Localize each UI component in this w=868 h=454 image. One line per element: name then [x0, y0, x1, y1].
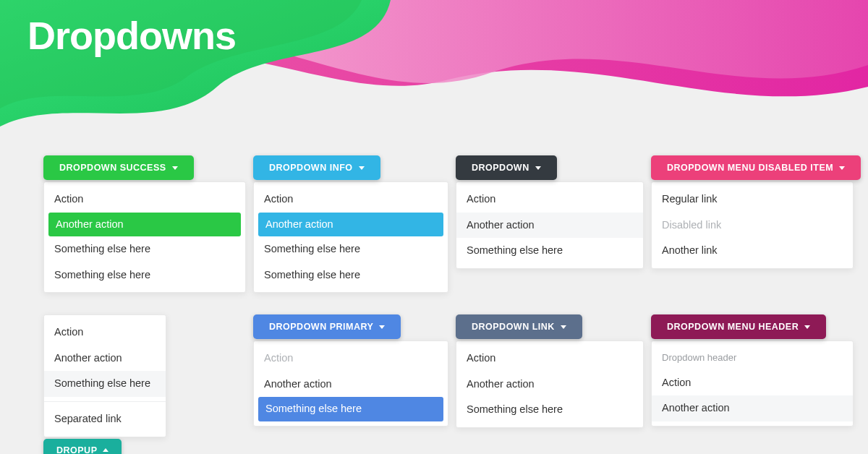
menu-item-active[interactable]: Another action	[258, 213, 443, 237]
caret-down-icon	[172, 166, 178, 170]
hero-banner: Dropdowns	[0, 0, 868, 145]
dropdown-info-menu: Action Another action Something else her…	[253, 181, 448, 293]
button-label: DROPDOWN SUCCESS	[59, 163, 166, 173]
dropdown-primary-menu: Action Another action Something else her…	[253, 340, 448, 427]
menu-header: Dropdown header	[652, 346, 853, 370]
menu-item[interactable]: Another action	[44, 346, 166, 372]
menu-item[interactable]: Action	[456, 187, 643, 213]
menu-item-hover[interactable]: Something else here	[44, 371, 166, 397]
menu-item-disabled: Action	[254, 346, 448, 372]
dropdown-dark: DROPDOWN Action Another action Something…	[456, 155, 644, 269]
button-label: DROPDOWN INFO	[269, 163, 353, 173]
caret-down-icon	[561, 325, 566, 329]
demo-grid: DROPDOWN SUCCESS Action Another action S…	[43, 155, 839, 454]
menu-item[interactable]: Something else here	[44, 236, 245, 262]
dropdown-header-demo: DROPDOWN MENU HEADER Dropdown header Act…	[651, 314, 854, 427]
dropup: Action Another action Something else her…	[43, 314, 246, 454]
dropdown-success-menu: Action Another action Something else her…	[43, 181, 246, 293]
menu-item-active[interactable]: Another action	[48, 213, 241, 237]
dropdown-header-menu: Dropdown header Action Another action	[651, 340, 854, 427]
menu-item[interactable]: Something else here	[456, 397, 643, 423]
menu-item-active[interactable]: Something else here	[258, 397, 443, 421]
dropdown-info: DROPDOWN INFO Action Another action Some…	[253, 155, 448, 293]
menu-item[interactable]: Something else here	[44, 262, 245, 288]
menu-item[interactable]: Action	[44, 187, 245, 213]
menu-divider	[44, 401, 166, 402]
button-label: DROPDOWN	[472, 163, 529, 173]
menu-item[interactable]: Another link	[652, 238, 853, 264]
dropup-button[interactable]: DROPUP	[43, 439, 122, 455]
dropdown-disabled-menu: Regular link Disabled link Another link	[651, 181, 854, 269]
page-title: Dropdowns	[27, 13, 236, 58]
caret-down-icon	[379, 325, 385, 329]
menu-item[interactable]: Regular link	[652, 187, 853, 213]
menu-item[interactable]: Action	[652, 370, 853, 396]
dropdown-success: DROPDOWN SUCCESS Action Another action S…	[43, 155, 246, 293]
dropdown-header-button[interactable]: DROPDOWN MENU HEADER	[651, 314, 826, 339]
menu-item[interactable]: Action	[254, 187, 448, 213]
dropdown-dark-menu: Action Another action Something else her…	[456, 181, 644, 269]
dropdown-primary: DROPDOWN PRIMARY Action Another action S…	[253, 314, 448, 427]
caret-down-icon	[804, 325, 810, 329]
dropdown-info-button[interactable]: DROPDOWN INFO	[253, 155, 380, 180]
caret-up-icon	[103, 448, 109, 452]
menu-item[interactable]: Something else here	[456, 238, 643, 264]
dropdown-disabled-demo: DROPDOWN MENU DISABLED ITEM Regular link…	[651, 155, 854, 269]
dropdown-link: DROPDOWN LINK Action Another action Some…	[456, 314, 644, 428]
menu-item[interactable]: Action	[456, 346, 643, 372]
dropdown-success-button[interactable]: DROPDOWN SUCCESS	[43, 155, 194, 180]
button-label: DROPUP	[56, 445, 97, 455]
dropup-menu: Action Another action Something else her…	[43, 314, 166, 437]
button-label: DROPDOWN LINK	[472, 322, 555, 332]
button-label: DROPDOWN MENU DISABLED ITEM	[667, 163, 833, 173]
menu-item[interactable]: Something else here	[254, 236, 448, 262]
dropdown-dark-button[interactable]: DROPDOWN	[456, 155, 557, 180]
menu-item[interactable]: Separated link	[44, 406, 166, 432]
menu-item[interactable]: Another action	[456, 372, 643, 398]
menu-item-hover[interactable]: Another action	[652, 395, 853, 421]
caret-down-icon	[839, 166, 845, 170]
dropdown-link-menu: Action Another action Something else her…	[456, 340, 644, 428]
dropdown-disabled-button[interactable]: DROPDOWN MENU DISABLED ITEM	[651, 155, 861, 180]
dropdown-link-button[interactable]: DROPDOWN LINK	[456, 314, 582, 339]
caret-down-icon	[535, 166, 541, 170]
menu-item[interactable]: Another action	[254, 372, 448, 398]
menu-item[interactable]: Something else here	[254, 262, 448, 288]
button-label: DROPDOWN MENU HEADER	[667, 322, 799, 332]
caret-down-icon	[359, 166, 365, 170]
dropdown-primary-button[interactable]: DROPDOWN PRIMARY	[253, 314, 401, 339]
button-label: DROPDOWN PRIMARY	[269, 322, 373, 332]
menu-item-disabled: Disabled link	[652, 213, 853, 239]
menu-item-hover[interactable]: Another action	[456, 213, 643, 239]
menu-item[interactable]: Action	[44, 320, 166, 346]
